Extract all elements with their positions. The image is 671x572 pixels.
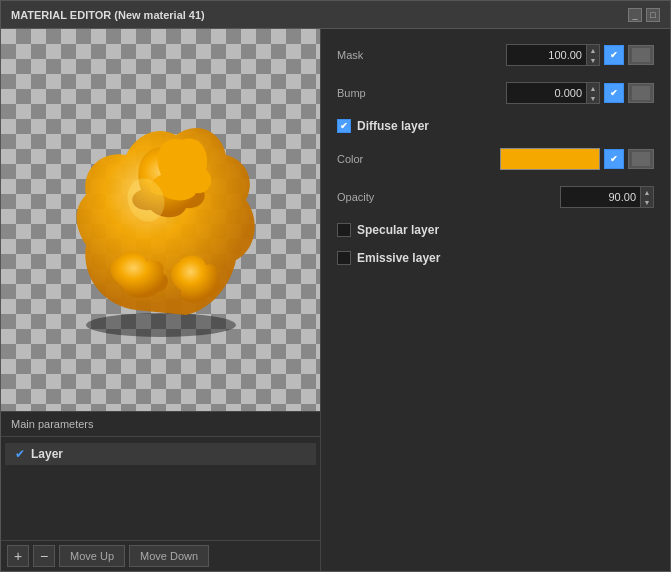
- move-up-button[interactable]: Move Up: [59, 545, 125, 567]
- bump-row: Bump ▲ ▼ ✔: [337, 79, 654, 107]
- mask-swatch-inner: [632, 48, 650, 62]
- opacity-spin-up[interactable]: ▲: [641, 187, 653, 197]
- bump-spin-down[interactable]: ▼: [587, 93, 599, 103]
- opacity-input[interactable]: [560, 186, 640, 208]
- color-label: Color: [337, 153, 417, 165]
- diffuse-layer-checkbox[interactable]: ✔: [337, 119, 351, 133]
- bump-check-button[interactable]: ✔: [604, 83, 624, 103]
- right-panel: Mask ▲ ▼ ✔ Bump: [321, 29, 670, 571]
- params-list: ✔ Layer: [1, 437, 320, 540]
- params-title: Main parameters: [1, 412, 320, 437]
- mask-check-button[interactable]: ✔: [604, 45, 624, 65]
- bump-swatch-inner: [632, 86, 650, 100]
- preview-area: Scene: [1, 29, 320, 411]
- list-item[interactable]: ✔ Layer: [5, 443, 316, 465]
- bump-spin-up[interactable]: ▲: [587, 83, 599, 93]
- bump-swatch-button[interactable]: [628, 83, 654, 103]
- move-down-button[interactable]: Move Down: [129, 545, 209, 567]
- color-check-button[interactable]: ✔: [604, 149, 624, 169]
- color-checkmark-icon: ✔: [610, 154, 618, 164]
- bump-input-group: ▲ ▼: [506, 82, 600, 104]
- diffuse-checkmark-icon: ✔: [340, 121, 348, 131]
- window-title: MATERIAL EDITOR (New material 41): [11, 9, 205, 21]
- maximize-button[interactable]: □: [646, 8, 660, 22]
- mask-row: Mask ▲ ▼ ✔: [337, 41, 654, 69]
- layer-item-label: Layer: [31, 447, 63, 461]
- mask-label: Mask: [337, 49, 417, 61]
- checkerboard-bg: [1, 29, 320, 411]
- minimize-button[interactable]: _: [628, 8, 642, 22]
- svg-point-0: [86, 313, 236, 337]
- title-bar: MATERIAL EDITOR (New material 41) _ □: [1, 1, 670, 29]
- color-swatch[interactable]: [500, 148, 600, 170]
- remove-layer-button[interactable]: −: [33, 545, 55, 567]
- mask-input-group: ▲ ▼: [506, 44, 600, 66]
- material-preview-blob: [51, 100, 271, 340]
- mask-spin: ▲ ▼: [586, 44, 600, 66]
- layer-check-icon: ✔: [15, 447, 25, 461]
- diffuse-layer-label[interactable]: Diffuse layer: [357, 119, 429, 133]
- specular-layer-row: Specular layer: [337, 221, 654, 239]
- bump-checkmark-icon: ✔: [610, 88, 618, 98]
- mask-spin-up[interactable]: ▲: [587, 45, 599, 55]
- main-content: Scene Main parameters ✔ Layer + − Move U…: [1, 29, 670, 571]
- bump-spin: ▲ ▼: [586, 82, 600, 104]
- specular-layer-label[interactable]: Specular layer: [357, 223, 439, 237]
- opacity-spin: ▲ ▼: [640, 186, 654, 208]
- mask-swatch-button[interactable]: [628, 45, 654, 65]
- emissive-layer-checkbox[interactable]: [337, 251, 351, 265]
- title-bar-buttons: _ □: [628, 8, 660, 22]
- opacity-spin-down[interactable]: ▼: [641, 197, 653, 207]
- params-panel: Main parameters ✔ Layer + − Move Up Move…: [1, 411, 320, 571]
- color-texture-button[interactable]: [628, 149, 654, 169]
- emissive-layer-label[interactable]: Emissive layer: [357, 251, 440, 265]
- color-texture-inner: [632, 152, 650, 166]
- specular-layer-checkbox[interactable]: [337, 223, 351, 237]
- left-panel: Scene Main parameters ✔ Layer + − Move U…: [1, 29, 321, 571]
- bump-label: Bump: [337, 87, 417, 99]
- opacity-input-group: ▲ ▼: [560, 186, 654, 208]
- mask-checkmark-icon: ✔: [610, 50, 618, 60]
- params-footer: + − Move Up Move Down: [1, 540, 320, 571]
- opacity-label: Opacity: [337, 191, 417, 203]
- opacity-row: Opacity ▲ ▼: [337, 183, 654, 211]
- bump-input[interactable]: [506, 82, 586, 104]
- add-layer-button[interactable]: +: [7, 545, 29, 567]
- diffuse-layer-row: ✔ Diffuse layer: [337, 117, 654, 135]
- mask-spin-down[interactable]: ▼: [587, 55, 599, 65]
- color-row: Color ✔: [337, 145, 654, 173]
- material-editor-window: MATERIAL EDITOR (New material 41) _ □: [0, 0, 671, 572]
- emissive-layer-row: Emissive layer: [337, 249, 654, 267]
- mask-input[interactable]: [506, 44, 586, 66]
